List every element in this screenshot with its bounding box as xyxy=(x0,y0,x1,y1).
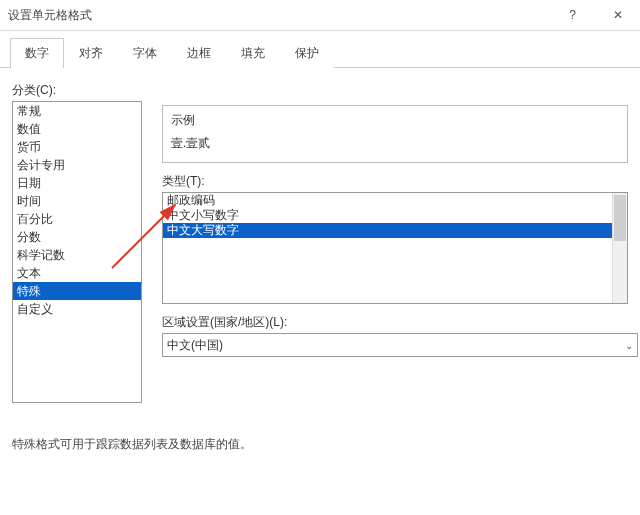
example-value: 壹.壹贰 xyxy=(171,135,619,152)
type-item[interactable]: 中文大写数字 xyxy=(163,223,627,238)
tab-fill[interactable]: 填充 xyxy=(226,38,280,68)
content-pane: 分类(C): 常规数值货币会计专用日期时间百分比分数科学记数文本特殊自定义 示例… xyxy=(0,68,640,473)
category-item[interactable]: 会计专用 xyxy=(13,156,141,174)
category-list[interactable]: 常规数值货币会计专用日期时间百分比分数科学记数文本特殊自定义 xyxy=(12,101,142,403)
type-scrollbar[interactable] xyxy=(612,193,627,303)
window-title: 设置单元格格式 xyxy=(0,7,550,24)
type-scrollbar-thumb[interactable] xyxy=(614,195,626,241)
category-label: 分类(C): xyxy=(12,82,628,99)
category-item[interactable]: 货币 xyxy=(13,138,141,156)
category-item[interactable]: 数值 xyxy=(13,120,141,138)
type-label: 类型(T): xyxy=(162,173,628,190)
category-item[interactable]: 百分比 xyxy=(13,210,141,228)
title-bar: 设置单元格格式 ? ✕ xyxy=(0,0,640,31)
close-button[interactable]: ✕ xyxy=(595,0,640,30)
category-item[interactable]: 自定义 xyxy=(13,300,141,318)
help-icon: ? xyxy=(569,8,576,22)
example-label: 示例 xyxy=(171,112,619,129)
tab-bar: 数字 对齐 字体 边框 填充 保护 xyxy=(0,31,640,68)
type-item[interactable]: 中文小写数字 xyxy=(163,208,627,223)
chevron-down-icon: ⌄ xyxy=(625,340,633,351)
category-item[interactable]: 常规 xyxy=(13,102,141,120)
tab-protect[interactable]: 保护 xyxy=(280,38,334,68)
category-item[interactable]: 特殊 xyxy=(13,282,141,300)
tab-font[interactable]: 字体 xyxy=(118,38,172,68)
tab-align[interactable]: 对齐 xyxy=(64,38,118,68)
tab-border[interactable]: 边框 xyxy=(172,38,226,68)
locale-value: 中文(中国) xyxy=(167,337,223,354)
locale-select[interactable]: 中文(中国) ⌄ xyxy=(162,333,638,357)
type-item[interactable]: 邮政编码 xyxy=(163,193,627,208)
category-item[interactable]: 时间 xyxy=(13,192,141,210)
type-list[interactable]: 邮政编码中文小写数字中文大写数字 xyxy=(162,192,628,304)
category-item[interactable]: 分数 xyxy=(13,228,141,246)
tab-number[interactable]: 数字 xyxy=(10,38,64,68)
description-text: 特殊格式可用于跟踪数据列表及数据库的值。 xyxy=(12,436,252,453)
category-item[interactable]: 文本 xyxy=(13,264,141,282)
example-box: 示例 壹.壹贰 xyxy=(162,105,628,163)
right-pane: 示例 壹.壹贰 类型(T): 邮政编码中文小写数字中文大写数字 区域设置(国家/… xyxy=(162,101,628,357)
help-button[interactable]: ? xyxy=(550,0,595,30)
close-icon: ✕ xyxy=(613,8,623,22)
category-item[interactable]: 日期 xyxy=(13,174,141,192)
locale-label: 区域设置(国家/地区)(L): xyxy=(162,314,628,331)
category-item[interactable]: 科学记数 xyxy=(13,246,141,264)
